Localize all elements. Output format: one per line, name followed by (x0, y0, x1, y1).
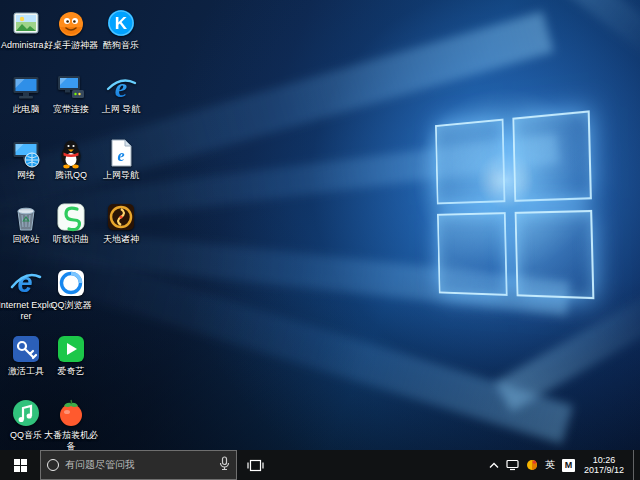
taskbar-empty-area (273, 450, 489, 480)
user-folder-icon (10, 6, 43, 39)
blue-e-icon: e (105, 70, 138, 103)
kugou-icon: K (105, 6, 138, 39)
icon-label: 上网 导航 (93, 104, 149, 115)
taskbar-clock[interactable]: 10:26 2017/9/12 (582, 455, 626, 476)
desktop-icon-tencent-qq[interactable]: 腾讯QQ (43, 136, 99, 181)
icon-label: 听歌识曲 (43, 234, 99, 245)
icon-label: QQ浏览器 (43, 300, 99, 311)
tray-chevron-up[interactable] (489, 450, 499, 480)
desktop-icon-qq-browser[interactable]: QQ浏览器 (43, 266, 99, 311)
taskbar: 有问题尽管问我 英 M 10:26 2017/9/12 (0, 450, 640, 480)
windows-logo-icon (14, 459, 27, 472)
light-beam (484, 0, 640, 65)
clock-time: 10:26 (584, 455, 624, 466)
svg-text:e: e (115, 72, 127, 103)
computer-icon (10, 70, 43, 103)
icon-label: 好桌手游神器 (43, 40, 99, 51)
icon-label: 腾讯QQ (43, 170, 99, 181)
icon-label: 酷狗音乐 (93, 40, 149, 51)
task-view-button[interactable] (237, 450, 273, 480)
svg-text:e: e (17, 268, 32, 298)
qq-penguin-icon (55, 136, 88, 169)
start-button[interactable] (0, 450, 40, 480)
desktop-icon-tiandi-zhushen[interactable]: 天地诸神 (93, 200, 149, 245)
icon-label: 爱奇艺 (43, 366, 99, 377)
e-document-icon: e (105, 136, 138, 169)
network-icon (10, 136, 43, 169)
icon-label: 大番茄装机必备 (43, 430, 99, 450)
search-box[interactable]: 有问题尽管问我 (40, 450, 237, 480)
desktop-icon-iqiyi[interactable]: 爱奇艺 (43, 332, 99, 377)
desktop-icon-web-navigation-doc[interactable]: e 上网导航 (93, 136, 149, 181)
show-desktop-button[interactable] (633, 450, 637, 480)
desktop-icon-haozhuo-games[interactable]: 好桌手游神器 (43, 6, 99, 51)
desktop-icon-broadband[interactable]: 宽带连接 (43, 70, 99, 115)
gold-dragon-icon (105, 200, 138, 233)
desktop-wallpaper: Administra... 好桌手游神器 K 酷狗音乐 此电脑 宽带连接 e 上… (0, 0, 640, 450)
desktop-icon-song-recognition[interactable]: 听歌识曲 (43, 200, 99, 245)
ime-language-indicator[interactable]: 英 (545, 450, 555, 480)
desktop-icon-kugou-music[interactable]: K 酷狗音乐 (93, 6, 149, 51)
icon-label: 上网导航 (93, 170, 149, 181)
svg-text:e: e (117, 147, 124, 164)
tomato-icon (55, 396, 88, 429)
blue-key-icon (10, 332, 43, 365)
ime-mode-badge[interactable]: M (562, 450, 575, 480)
tray-security-app-icon[interactable] (526, 450, 538, 480)
orange-mascot-icon (55, 6, 88, 39)
icon-label: 宽带连接 (43, 104, 99, 115)
light-beam (495, 282, 640, 411)
search-placeholder: 有问题尽管问我 (65, 458, 213, 472)
ie-icon: e (10, 266, 43, 299)
svg-text:K: K (115, 14, 128, 33)
broadband-icon (55, 70, 88, 103)
iqiyi-icon (55, 332, 88, 365)
clock-date: 2017/9/12 (584, 465, 624, 476)
desktop-icon-datomato[interactable]: 大番茄装机必备 (43, 396, 99, 450)
cortana-icon (47, 459, 59, 471)
recycle-bin-icon (10, 200, 43, 233)
green-music-note-icon (10, 396, 43, 429)
qq-browser-icon (55, 266, 88, 299)
green-swirl-icon (55, 200, 88, 233)
tray-network-icon[interactable] (506, 450, 519, 480)
microphone-icon[interactable] (219, 456, 230, 475)
icon-label: 天地诸神 (93, 234, 149, 245)
windows-hero-logo (435, 110, 594, 299)
desktop-icon-web-navigation-e[interactable]: e 上网 导航 (93, 70, 149, 115)
system-tray: 英 M 10:26 2017/9/12 (489, 450, 640, 480)
